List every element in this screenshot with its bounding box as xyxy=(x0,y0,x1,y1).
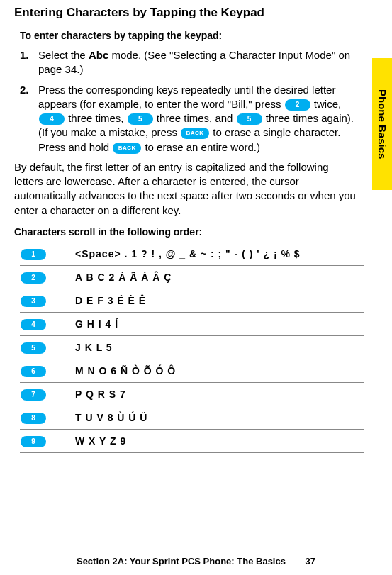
step2-t6: (If you make a mistake, press xyxy=(38,126,180,138)
table-row: 3 D E F 3 É È Ê xyxy=(20,289,364,313)
scroll-order-heading: Characters scroll in the following order… xyxy=(14,226,364,238)
key-cell: 4 xyxy=(20,318,75,330)
page-number: 37 xyxy=(306,556,315,566)
keypad-6-icon: 6 xyxy=(21,366,46,377)
page-footer: Section 2A: Your Sprint PCS Phone: The B… xyxy=(0,556,392,566)
side-tab: Phone Basics xyxy=(372,58,392,190)
default-behavior-paragraph: By default, the first letter of an entry… xyxy=(14,160,364,218)
footer-section: Section 2A: Your Sprint PCS Phone: The B… xyxy=(77,556,286,566)
table-row: 6 M N O 6 Ñ Ò Õ Ó Ô xyxy=(20,359,364,383)
steps-list: 1. Select the Abc mode. (See "Selecting … xyxy=(20,48,364,155)
key-2-icon: 2 xyxy=(285,99,310,111)
chars-cell: D E F 3 É È Ê xyxy=(75,295,146,306)
key-5-icon: 5 xyxy=(128,113,153,125)
keypad-3-icon: 3 xyxy=(21,296,46,307)
chars-cell: G H I 4 Í xyxy=(75,318,118,330)
page-heading: Entering Characters by Tapping the Keypa… xyxy=(14,6,364,20)
chars-cell: <Space> . 1 ? ! , @ _ & ~ : ; " - ( ) ' … xyxy=(75,248,301,259)
step-number: 2. xyxy=(20,83,29,97)
step2-t3: three times, xyxy=(65,112,127,124)
step2-t5: three times again). xyxy=(263,112,354,124)
step2-t2: twice, xyxy=(311,98,342,110)
chars-cell: W X Y Z 9 xyxy=(75,435,126,447)
table-row: 8 T U V 8 Ù Ú Ü xyxy=(20,406,364,430)
step-1: 1. Select the Abc mode. (See "Selecting … xyxy=(20,48,364,77)
intro-text: To enter characters by tapping the keypa… xyxy=(20,30,364,41)
table-row: 4 G H I 4 Í xyxy=(20,313,364,336)
table-row: 5 J K L 5 xyxy=(20,336,364,359)
key-cell: 8 xyxy=(20,411,75,424)
step-bold: Abc xyxy=(89,49,108,61)
step-2: 2. Press the corresponding keys repeated… xyxy=(20,83,364,155)
key-back-icon: BACK xyxy=(181,128,209,139)
table-row: 2 A B C 2 À Ã Á Â Ç xyxy=(20,266,364,289)
key-cell: 6 xyxy=(20,364,75,377)
key-cell: 3 xyxy=(20,294,75,307)
keypad-1-icon: 1 xyxy=(21,249,46,260)
table-row: 1 <Space> . 1 ? ! , @ _ & ~ : ; " - ( ) … xyxy=(20,247,364,266)
keypad-7-icon: 7 xyxy=(21,389,46,401)
chars-cell: J K L 5 xyxy=(75,342,113,353)
key-cell: 5 xyxy=(20,341,75,354)
table-row: 7 P Q R S 7 xyxy=(20,383,364,406)
step2-t8: to erase an entire word.) xyxy=(142,141,260,153)
chars-cell: A B C 2 À Ã Á Â Ç xyxy=(75,272,172,283)
key-cell: 9 xyxy=(20,435,75,447)
keypad-8-icon: 8 xyxy=(21,413,46,424)
page-content: Entering Characters by Tapping the Keypa… xyxy=(14,0,378,453)
keypad-9-icon: 9 xyxy=(21,436,46,447)
step-number: 1. xyxy=(20,48,29,62)
chars-cell: P Q R S 7 xyxy=(75,389,126,400)
key-back2-icon: BACK xyxy=(113,143,141,154)
key-cell: 7 xyxy=(20,388,75,401)
character-table: 1 <Space> . 1 ? ! , @ _ & ~ : ; " - ( ) … xyxy=(20,247,364,453)
step2-t4: three times, and xyxy=(154,112,236,124)
key-4-icon: 4 xyxy=(39,113,65,125)
table-row: 9 W X Y Z 9 xyxy=(20,430,364,453)
keypad-4-icon: 4 xyxy=(21,319,46,330)
key-cell: 2 xyxy=(20,271,75,284)
keypad-2-icon: 2 xyxy=(21,272,46,284)
keypad-5-icon: 5 xyxy=(21,342,46,354)
step-text-pre: Select the xyxy=(38,49,89,61)
chars-cell: T U V 8 Ù Ú Ü xyxy=(75,412,147,423)
key-cell: 1 xyxy=(20,247,75,260)
chars-cell: M N O 6 Ñ Ò Õ Ó Ô xyxy=(75,365,176,376)
key-5b-icon: 5 xyxy=(237,113,262,125)
